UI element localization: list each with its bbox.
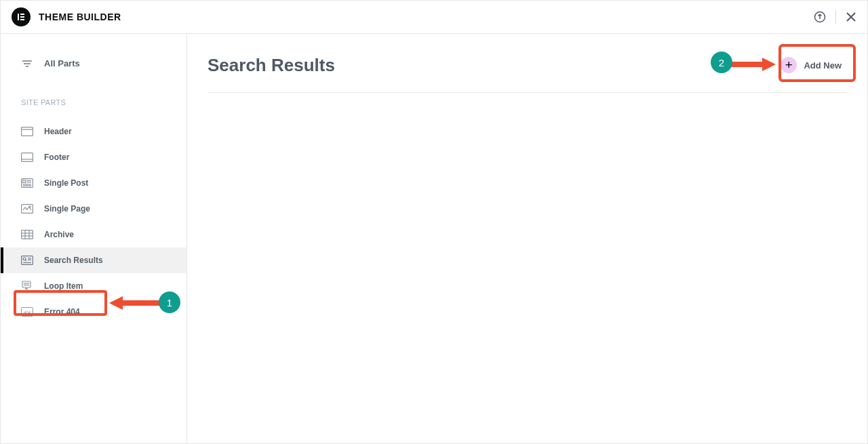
- sidebar-section-label: SITE PARTS: [1, 77, 186, 119]
- search-results-icon: [21, 256, 33, 265]
- header-right: [814, 10, 856, 24]
- all-parts-label: All Parts: [44, 58, 80, 68]
- app-title: THEME BUILDER: [39, 12, 121, 22]
- nav-label: Footer: [44, 153, 69, 162]
- svg-rect-28: [22, 281, 31, 287]
- svg-rect-15: [22, 205, 33, 214]
- sidebar: All Parts SITE PARTS Header Footer Singl…: [1, 34, 187, 443]
- nav-label: Archive: [44, 230, 74, 239]
- sidebar-item-archive[interactable]: Archive: [1, 222, 186, 247]
- svg-line-24: [26, 260, 27, 262]
- svg-point-16: [29, 206, 31, 207]
- sidebar-item-single-post[interactable]: Single Post: [1, 170, 186, 196]
- nav-label: Search Results: [44, 256, 103, 265]
- single-page-icon: [21, 204, 33, 214]
- elementor-logo-icon: [12, 7, 31, 26]
- svg-rect-7: [22, 153, 33, 162]
- archive-icon: [21, 230, 33, 239]
- svg-rect-2: [20, 16, 24, 18]
- page-title: Search Results: [208, 55, 335, 76]
- svg-rect-3: [20, 19, 24, 20]
- error-404-icon: 404: [21, 307, 33, 317]
- plus-icon: +: [781, 57, 797, 73]
- nav-label: Error 404: [44, 307, 80, 317]
- header-divider: [835, 10, 836, 24]
- svg-rect-5: [22, 127, 33, 136]
- svg-rect-1: [20, 14, 24, 15]
- nav-label: Single Post: [44, 178, 88, 188]
- nav-label: Loop Item: [44, 281, 83, 291]
- sidebar-item-loop-item[interactable]: Loop Item: [1, 273, 186, 299]
- svg-rect-0: [18, 14, 19, 20]
- sidebar-item-single-page[interactable]: Single Page: [1, 196, 186, 222]
- main-header: Search Results + Add New: [208, 46, 847, 93]
- sidebar-all-parts[interactable]: All Parts: [1, 50, 186, 77]
- nav-label: Single Page: [44, 204, 90, 214]
- info-icon[interactable]: [814, 11, 826, 23]
- app-header: THEME BUILDER: [1, 1, 867, 34]
- single-post-icon: [21, 178, 33, 188]
- sidebar-item-footer[interactable]: Footer: [1, 144, 186, 170]
- svg-rect-17: [22, 230, 33, 239]
- footer-icon: [21, 153, 33, 162]
- header-icon: [21, 127, 33, 136]
- add-new-button[interactable]: + Add New: [775, 54, 847, 76]
- layout: All Parts SITE PARTS Header Footer Singl…: [1, 34, 867, 443]
- svg-rect-10: [23, 180, 26, 183]
- svg-text:404: 404: [24, 310, 31, 315]
- header-left: THEME BUILDER: [12, 7, 121, 26]
- add-new-label: Add New: [804, 60, 842, 70]
- svg-point-23: [23, 258, 26, 260]
- nav-label: Header: [44, 127, 72, 136]
- loop-item-icon: [21, 281, 33, 291]
- filter-icon: [21, 60, 33, 68]
- sidebar-item-header[interactable]: Header: [1, 119, 186, 144]
- sidebar-item-search-results[interactable]: Search Results: [1, 247, 186, 273]
- main-content: Search Results + Add New: [187, 34, 867, 443]
- close-icon[interactable]: [846, 12, 856, 22]
- sidebar-item-error-404[interactable]: 404 Error 404: [1, 299, 186, 325]
